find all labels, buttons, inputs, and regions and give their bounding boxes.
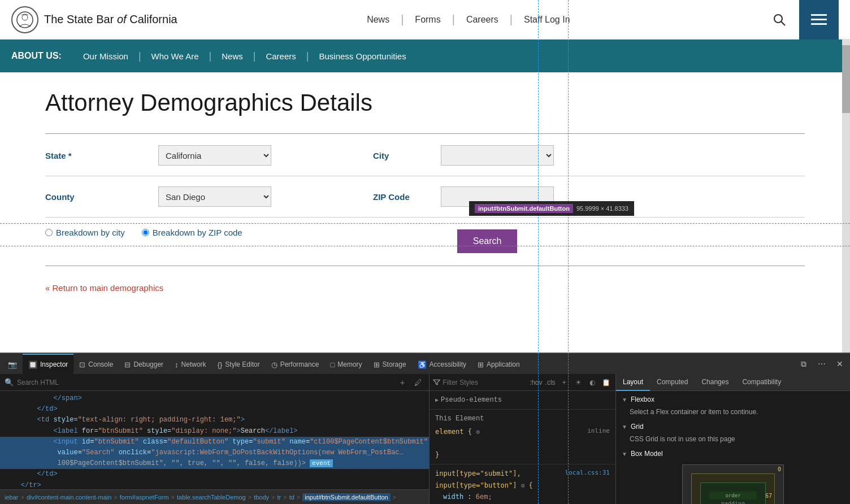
html-search-pick-btn[interactable]: 🖊 — [412, 376, 424, 389]
grid-section: ▼ Grid CSS Grid is not in use on this pa… — [622, 423, 844, 445]
about-nav-who-we-are[interactable]: Who We Are — [141, 51, 209, 61]
layout-tab-layout[interactable]: Layout — [616, 374, 650, 391]
devtools-close-button[interactable]: ✕ — [832, 356, 848, 372]
header-nav-staff-log-in[interactable]: Staff Log In — [513, 15, 582, 25]
scrollbar-thumb[interactable] — [842, 45, 850, 113]
return-link-anchor[interactable]: « Return to main demographics — [45, 283, 163, 293]
devtools-tab-performance[interactable]: ◷ Performance — [266, 354, 325, 374]
this-element-section: This Element element { ⚙ inline } — [430, 410, 615, 464]
site-header: The State Bar of California News | Forms… — [0, 0, 850, 40]
breadcrumb-sep: > — [114, 494, 117, 501]
html-search-add-btn[interactable]: + — [396, 376, 409, 389]
devtools-dock-button[interactable]: ⧉ — [796, 356, 812, 372]
devtools-tab-memory[interactable]: □ Memory — [324, 354, 367, 374]
devtools-tab-network[interactable]: ↕ Network — [169, 354, 212, 374]
debugger-tab-label: Debugger — [133, 360, 163, 368]
grid-content: CSS Grid is not in use on this page — [622, 433, 844, 445]
header-nav-forms[interactable]: Forms — [404, 15, 452, 25]
about-nav-news[interactable]: News — [211, 51, 253, 61]
page-scrollbar[interactable] — [842, 40, 850, 373]
radio-city-input[interactable] — [45, 229, 53, 236]
input-submit-rules: input[type="submit"], local.css:31 input… — [435, 468, 610, 504]
styles-dark-btn[interactable]: ◐ — [587, 376, 599, 389]
devtools-tab-application[interactable]: ⊞ Application — [472, 354, 526, 374]
html-line-highlighted-3: l00$PageContent$btnSubmit", "", true, ""… — [0, 458, 429, 469]
hamburger-menu-button[interactable] — [799, 0, 839, 40]
box-model-section-header[interactable]: ▼ Box Model — [622, 450, 844, 458]
breadcrumb-item-active[interactable]: input#btnSubmit.defaultButton — [302, 493, 390, 501]
city-label: City — [373, 151, 441, 160]
breadcrumb-sep: > — [393, 494, 396, 501]
flexbox-label: Flexbox — [631, 396, 654, 403]
devtools-tab-debugger[interactable]: ⊟ Debugger — [119, 354, 169, 374]
layout-tab-compatibility[interactable]: Compatibility — [735, 374, 788, 391]
devtools-tab-style-editor[interactable]: {} Style Editor — [212, 354, 266, 374]
debugger-icon: ⊟ — [124, 360, 131, 369]
breadcrumb-item-form[interactable]: form#aspnetForm — [120, 494, 169, 501]
html-line-highlighted: <input id="btnSubmit" class="defaultButt… — [0, 437, 429, 447]
html-search-icon: 🔍 — [5, 378, 14, 386]
styles-cls-btn[interactable]: .cls — [544, 376, 556, 389]
input-submit-section: input[type="submit"], local.css:31 input… — [430, 464, 615, 504]
devtools-tab-inspector[interactable]: 🔲 Inspector — [23, 354, 73, 374]
layout-tab-computed[interactable]: Computed — [650, 374, 695, 391]
devtools-tab-storage[interactable]: ⊞ Storage — [368, 354, 412, 374]
screencapture-icon: 📷 — [8, 360, 17, 369]
styles-content[interactable]: ▶ Pseudo-elements This Element element {… — [430, 391, 615, 504]
city-group: City — [373, 145, 554, 166]
network-tab-label: Network — [181, 360, 206, 368]
styles-hov-btn[interactable]: :hov — [530, 376, 542, 389]
state-city-row: State * California City — [45, 145, 805, 176]
console-icon: ⊡ — [79, 360, 85, 369]
styles-filter-input[interactable] — [443, 379, 527, 386]
breadcrumb-item-tbody[interactable]: tbody — [254, 494, 269, 501]
grid-arrow: ▼ — [622, 424, 627, 430]
search-button[interactable] — [760, 0, 799, 40]
devtools-tab-screencapture[interactable]: 📷 — [2, 354, 23, 374]
devtools-tab-console[interactable]: ⊡ Console — [73, 354, 119, 374]
storage-tab-label: Storage — [383, 360, 406, 368]
search-button[interactable]: Search — [457, 229, 518, 253]
city-select[interactable] — [441, 145, 554, 166]
breadcrumb-item-td[interactable]: td — [289, 494, 294, 501]
breadcrumb-item-tr[interactable]: tr — [277, 494, 281, 501]
state-select[interactable]: California — [158, 145, 271, 166]
about-nav-business-opportunities[interactable]: Business Opportunities — [309, 51, 416, 61]
flexbox-section-header[interactable]: ▼ Flexbox — [622, 396, 844, 403]
styles-light-btn[interactable]: ☀ — [573, 376, 584, 389]
styles-copy-btn[interactable]: 📋 — [600, 376, 612, 389]
html-line: <td style="text-align: right; padding-ri… — [0, 415, 429, 425]
header-nav-careers[interactable]: Careers — [455, 15, 510, 25]
layout-tabs-bar: Layout Computed Changes Compatibility — [616, 374, 850, 391]
county-select[interactable]: San Diego — [158, 186, 271, 207]
radio-breakdown-zip[interactable]: Breakdown by ZIP code — [142, 228, 242, 237]
html-line: </tr> — [0, 480, 429, 490]
breadcrumb-item-iebar[interactable]: iebar — [5, 494, 18, 501]
layout-content: ▼ Flexbox Select a Flex container or ite… — [616, 391, 850, 504]
flexbox-section: ▼ Flexbox Select a Flex container or ite… — [622, 396, 844, 418]
header-nav-news[interactable]: News — [355, 15, 401, 25]
tooltip-size: 95.9999 × 41.8333 — [576, 205, 628, 212]
grid-label: Grid — [631, 423, 644, 431]
breadcrumb-item-content-main[interactable]: div#content-main.content-main — [27, 494, 111, 501]
html-search-input[interactable] — [17, 379, 393, 386]
styles-add-rule-btn[interactable]: + — [558, 376, 570, 389]
performance-icon: ◷ — [271, 360, 277, 369]
html-line: </td> — [0, 404, 429, 415]
html-content-view[interactable]: </span> </td> <td style="text-align: rig… — [0, 391, 429, 489]
logo-icon — [11, 6, 38, 33]
about-nav-careers[interactable]: Careers — [255, 51, 306, 61]
radio-zip-input[interactable] — [142, 229, 149, 236]
breadcrumb-item-table[interactable]: table.searchTableDemog — [177, 494, 246, 501]
devtools-tab-accessibility[interactable]: ♿ Accessibility — [412, 354, 472, 374]
element-tooltip: input#btnSubmit.defaultButton 95.9999 × … — [469, 201, 634, 216]
devtools-more-button[interactable]: ⋯ — [814, 356, 830, 372]
html-line: </td> — [0, 469, 429, 480]
about-nav-our-mission[interactable]: Our Mission — [73, 51, 138, 61]
grid-message: CSS Grid is not in use on this page — [630, 435, 735, 443]
pseudo-elements-toggle[interactable]: ▶ Pseudo-elements — [435, 394, 610, 406]
layout-tab-changes[interactable]: Changes — [695, 374, 735, 391]
radio-breakdown-city[interactable]: Breakdown by city — [45, 228, 125, 237]
padding-label: padding — [721, 501, 745, 504]
grid-section-header[interactable]: ▼ Grid — [622, 423, 844, 431]
